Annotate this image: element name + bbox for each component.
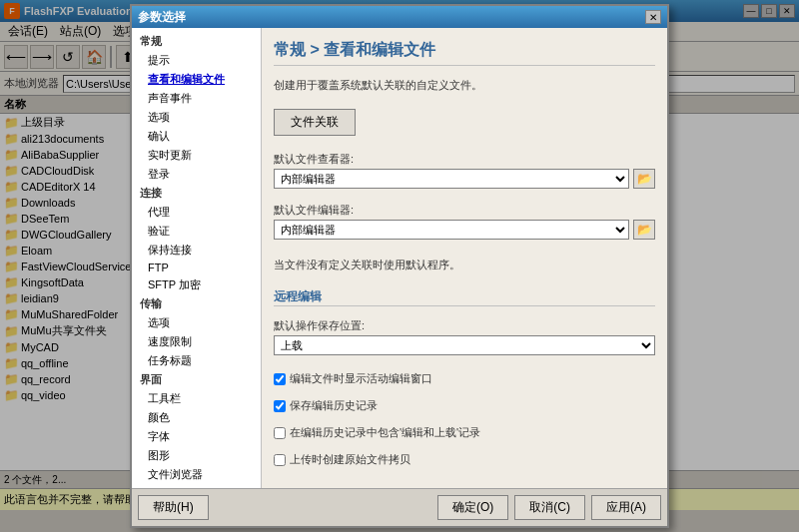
nav-item-speed-limit[interactable]: 速度限制: [132, 332, 261, 351]
content-title: 常规 > 查看和编辑文件: [274, 40, 655, 66]
editor-select-row: 内部编辑器 📂: [274, 220, 655, 240]
no-assoc-text: 当文件没有定义关联时使用默认程序。: [274, 258, 655, 272]
viewer-select[interactable]: 内部编辑器: [274, 169, 629, 189]
checkbox-save-history[interactable]: [274, 400, 286, 412]
nav-item-task-title[interactable]: 任务标题: [132, 351, 261, 370]
editor-browse-button[interactable]: 📂: [633, 220, 655, 240]
nav-item-keepalive[interactable]: 保持连接: [132, 241, 261, 260]
nav-section-transfer: 传输: [132, 294, 261, 313]
checkbox-include-upload[interactable]: [274, 427, 286, 439]
nav-item-sftp[interactable]: SFTP 加密: [132, 275, 261, 294]
nav-item-confirm[interactable]: 确认: [132, 127, 261, 146]
apply-button[interactable]: 应用(A): [591, 495, 661, 520]
nav-item-fonts[interactable]: 字体: [132, 427, 261, 446]
checkbox-row-1: 编辑文件时显示活动编辑窗口: [274, 371, 655, 386]
checkbox-label-2: 保存编辑历史记录: [290, 398, 378, 413]
nav-item-toolbar[interactable]: 工具栏: [132, 389, 261, 408]
modal-title-text: 参数选择: [138, 9, 186, 26]
file-assoc-button[interactable]: 文件关联: [274, 109, 356, 136]
checkbox-label-3: 在编辑历史记录中包含'编辑和上载'记录: [290, 425, 480, 440]
nav-item-view-edit[interactable]: 查看和编辑文件: [132, 70, 261, 89]
help-button[interactable]: 帮助(H): [138, 495, 209, 520]
viewer-browse-button[interactable]: 📂: [633, 169, 655, 189]
modal-dialog: 参数选择 ✕ 常规 提示 查看和编辑文件 声音事件 选项 确认 实时更新 登录 …: [130, 4, 669, 528]
nav-item-prompt[interactable]: 提示: [132, 51, 261, 70]
nav-item-ftp[interactable]: FTP: [132, 260, 261, 275]
editor-label: 默认文件编辑器:: [274, 203, 655, 218]
checkbox-create-backup[interactable]: [274, 454, 286, 466]
viewer-form-row: 默认文件查看器: 内部编辑器 📂: [274, 152, 655, 189]
checkbox-label-4: 上传时创建原始文件拷贝: [290, 452, 410, 467]
nav-section-general: 常规: [132, 32, 261, 51]
nav-item-sound[interactable]: 声音事件: [132, 89, 261, 108]
ok-button[interactable]: 确定(O): [437, 495, 508, 520]
save-location-label: 默认操作保存位置:: [274, 318, 655, 333]
nav-section-ui: 界面: [132, 370, 261, 389]
nav-section-connect: 连接: [132, 184, 261, 203]
checkbox-show-editor[interactable]: [274, 373, 286, 385]
nav-item-graphics[interactable]: 图形: [132, 446, 261, 465]
viewer-select-row: 内部编辑器 📂: [274, 169, 655, 189]
save-location-select[interactable]: 上载 本地: [274, 335, 655, 355]
nav-item-proxy[interactable]: 代理: [132, 203, 261, 222]
content-desc: 创建用于覆盖系统默认关联的自定义文件。: [274, 78, 655, 93]
checkbox-row-3: 在编辑历史记录中包含'编辑和上载'记录: [274, 425, 655, 440]
nav-item-transfer-options[interactable]: 选项: [132, 313, 261, 332]
save-location-row: 默认操作保存位置: 上载 本地: [274, 318, 655, 355]
modal-title-bar: 参数选择 ✕: [132, 6, 667, 28]
checkbox-row-4: 上传时创建原始文件拷贝: [274, 452, 655, 467]
modal-footer: 帮助(H) 确定(O) 取消(C) 应用(A): [132, 488, 667, 526]
nav-item-file-browser[interactable]: 文件浏览器: [132, 465, 261, 484]
modal-body: 常规 提示 查看和编辑文件 声音事件 选项 确认 实时更新 登录 连接 代理 验…: [132, 28, 667, 488]
viewer-label: 默认文件查看器:: [274, 152, 655, 167]
remote-edit-section: 远程编辑: [274, 288, 655, 306]
nav-item-login[interactable]: 登录: [132, 165, 261, 184]
modal-close-button[interactable]: ✕: [645, 10, 661, 24]
modal-overlay: 参数选择 ✕ 常规 提示 查看和编辑文件 声音事件 选项 确认 实时更新 登录 …: [0, 0, 799, 532]
checkbox-row-2: 保存编辑历史记录: [274, 398, 655, 413]
checkbox-label-1: 编辑文件时显示活动编辑窗口: [290, 371, 432, 386]
nav-item-auth[interactable]: 验证: [132, 222, 261, 241]
cancel-button[interactable]: 取消(C): [514, 495, 585, 520]
editor-select[interactable]: 内部编辑器: [274, 220, 629, 240]
nav-item-colors[interactable]: 颜色: [132, 408, 261, 427]
modal-nav-panel: 常规 提示 查看和编辑文件 声音事件 选项 确认 实时更新 登录 连接 代理 验…: [132, 28, 262, 488]
modal-content-panel: 常规 > 查看和编辑文件 创建用于覆盖系统默认关联的自定义文件。 文件关联 默认…: [262, 28, 667, 488]
editor-form-row: 默认文件编辑器: 内部编辑器 📂: [274, 203, 655, 240]
nav-item-realtime[interactable]: 实时更新: [132, 146, 261, 165]
nav-item-options[interactable]: 选项: [132, 108, 261, 127]
